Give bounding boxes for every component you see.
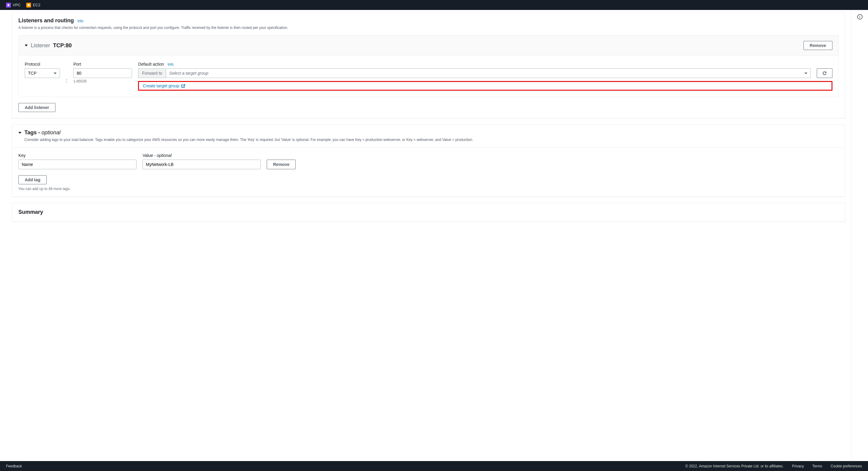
tags-panel: Tags - optional Consider adding tags to … <box>12 124 845 197</box>
top-nav: VPC EC2 <box>0 0 868 10</box>
info-icon[interactable]: i <box>857 14 863 20</box>
action-label: Default action <box>138 62 164 67</box>
nav-vpc[interactable]: VPC <box>6 3 21 7</box>
port-hint: 1-65535 <box>73 79 132 83</box>
colon-separator: : <box>66 78 67 91</box>
tags-caret-icon[interactable] <box>19 132 22 134</box>
listener-label: Listener <box>31 42 50 49</box>
summary-title: Summary <box>19 209 43 215</box>
tag-value-label: Value - <box>143 153 157 158</box>
tag-key-label: Key <box>19 153 136 158</box>
nav-vpc-label: VPC <box>13 3 21 7</box>
ec2-icon <box>26 3 31 7</box>
listeners-panel: Listeners and routing Info A listener is… <box>12 12 845 119</box>
summary-panel: Summary <box>12 203 845 222</box>
tag-remove-button[interactable]: Remove <box>267 160 296 169</box>
tags-title: Tags - <box>24 130 41 136</box>
external-link-icon <box>181 84 185 88</box>
create-target-group-highlight: Create target group <box>138 81 832 91</box>
listener-caret-icon[interactable] <box>25 44 28 46</box>
tag-key-input[interactable] <box>19 160 136 169</box>
tag-value-optional: optional <box>157 153 172 158</box>
target-group-select[interactable]: Select a target group <box>166 68 811 78</box>
target-group-placeholder: Select a target group <box>169 71 208 76</box>
tags-desc: Consider adding tags to your load balanc… <box>24 137 473 142</box>
refresh-icon <box>822 71 827 76</box>
nav-ec2[interactable]: EC2 <box>26 3 40 7</box>
right-rail: i <box>851 10 868 461</box>
protocol-value: TCP <box>28 71 36 76</box>
listener-box: Listener TCP:80 Remove Protocol TCP : Po… <box>19 35 839 97</box>
listeners-title: Listeners and routing <box>19 18 74 24</box>
listeners-info-link[interactable]: Info <box>78 19 84 23</box>
listeners-desc: A listener is a process that checks for … <box>19 25 839 30</box>
protocol-label: Protocol <box>25 62 60 67</box>
refresh-button[interactable] <box>817 68 832 78</box>
protocol-select[interactable]: TCP <box>25 68 60 78</box>
create-target-group-link[interactable]: Create target group <box>143 83 179 88</box>
main-content: Listeners and routing Info A listener is… <box>0 10 851 461</box>
tag-limit-hint: You can add up to 49 more tags. <box>19 187 839 191</box>
port-label: Port <box>73 62 132 67</box>
port-input[interactable] <box>73 68 132 78</box>
action-info-link[interactable]: Info <box>167 62 174 67</box>
svg-point-0 <box>7 4 9 6</box>
vpc-icon <box>6 3 11 7</box>
tags-optional: optional <box>41 130 61 136</box>
tag-value-input[interactable] <box>143 160 261 169</box>
add-listener-button[interactable]: Add listener <box>19 103 56 112</box>
add-tag-button[interactable]: Add tag <box>19 175 47 184</box>
listener-remove-button[interactable]: Remove <box>804 41 832 50</box>
listener-value: TCP:80 <box>53 42 72 49</box>
svg-rect-1 <box>28 4 30 6</box>
nav-ec2-label: EC2 <box>33 3 40 7</box>
forward-to-label: Forward to <box>138 68 166 78</box>
